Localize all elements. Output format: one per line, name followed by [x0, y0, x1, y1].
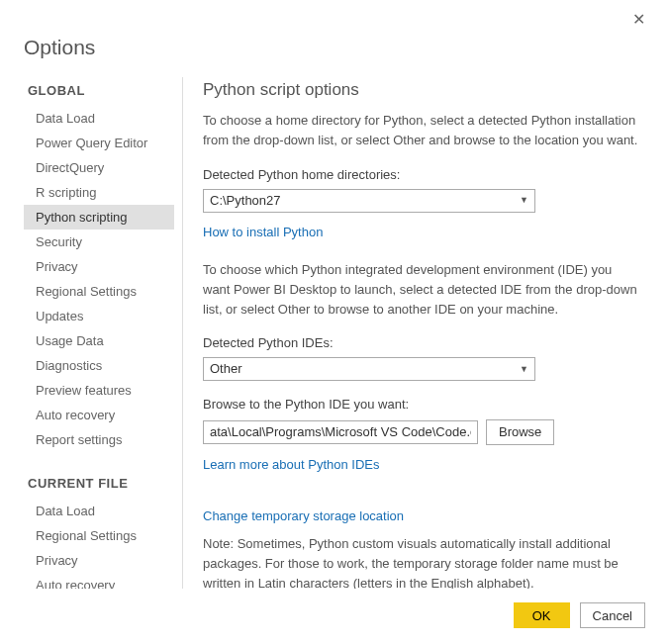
ide-intro-text: To choose which Python integrated develo… [203, 260, 639, 320]
sidebar-item-cf-data-load[interactable]: Data Load [24, 499, 174, 523]
home-dir-label: Detected Python home directories: [203, 165, 639, 185]
cancel-button[interactable]: Cancel [580, 602, 645, 628]
sidebar-section-global: GLOBAL [28, 83, 174, 98]
home-intro-text: To choose a home directory for Python, s… [203, 111, 639, 150]
vertical-divider [182, 77, 183, 589]
sidebar-item-cf-privacy[interactable]: Privacy [24, 548, 174, 573]
sidebar-item-auto-recovery[interactable]: Auto recovery [24, 403, 174, 427]
ok-button[interactable]: OK [514, 602, 570, 628]
learn-ides-link[interactable]: Learn more about Python IDEs [203, 455, 380, 475]
sidebar-item-r-scripting[interactable]: R scripting [24, 180, 174, 205]
storage-note: Note: Sometimes, Python custom visuals a… [203, 534, 639, 589]
dialog-body: GLOBAL Data Load Power Query Editor Dire… [24, 77, 645, 589]
home-dir-dropdown[interactable]: C:\Python27 ▼ [203, 189, 535, 213]
sidebar-item-report-settings[interactable]: Report settings [24, 427, 174, 452]
dialog-footer: OK Cancel [24, 589, 645, 628]
ide-value: Other [210, 359, 242, 379]
ide-dropdown[interactable]: Other ▼ [203, 357, 535, 381]
sidebar-item-cf-auto-recovery[interactable]: Auto recovery [24, 573, 174, 589]
ide-path-input[interactable] [203, 420, 478, 444]
install-python-link[interactable]: How to install Python [203, 223, 323, 242]
browse-row: Browse [203, 419, 639, 445]
chevron-down-icon: ▼ [520, 363, 528, 377]
ide-label: Detected Python IDEs: [203, 333, 639, 353]
sidebar-item-data-load[interactable]: Data Load [24, 106, 174, 131]
options-sidebar[interactable]: GLOBAL Data Load Power Query Editor Dire… [24, 77, 176, 589]
titlebar-row: ✕ [24, 12, 645, 30]
sidebar-item-python-scripting[interactable]: Python scripting [24, 205, 174, 230]
dialog-title: Options [24, 36, 645, 59]
sidebar-item-privacy[interactable]: Privacy [24, 254, 174, 279]
sidebar-item-security[interactable]: Security [24, 230, 174, 254]
sidebar-section-current-file: CURRENT FILE [28, 476, 174, 491]
home-dir-value: C:\Python27 [210, 191, 281, 211]
change-storage-link[interactable]: Change temporary storage location [203, 506, 404, 526]
sidebar-item-diagnostics[interactable]: Diagnostics [24, 353, 174, 378]
sidebar-item-cf-regional-settings[interactable]: Regional Settings [24, 523, 174, 548]
sidebar-item-directquery[interactable]: DirectQuery [24, 155, 174, 180]
sidebar-item-usage-data[interactable]: Usage Data [24, 328, 174, 353]
browse-button[interactable]: Browse [486, 419, 554, 445]
sidebar-item-updates[interactable]: Updates [24, 304, 174, 328]
options-dialog: ✕ Options GLOBAL Data Load Power Query E… [0, 0, 669, 644]
chevron-down-icon: ▼ [520, 194, 528, 208]
sidebar-item-power-query-editor[interactable]: Power Query Editor [24, 131, 174, 155]
options-content: Python script options To choose a home d… [203, 77, 645, 589]
close-icon[interactable]: ✕ [632, 12, 645, 30]
browse-label: Browse to the Python IDE you want: [203, 395, 639, 414]
sidebar-item-regional-settings[interactable]: Regional Settings [24, 279, 174, 304]
content-heading: Python script options [203, 77, 639, 103]
sidebar-item-preview-features[interactable]: Preview features [24, 378, 174, 403]
